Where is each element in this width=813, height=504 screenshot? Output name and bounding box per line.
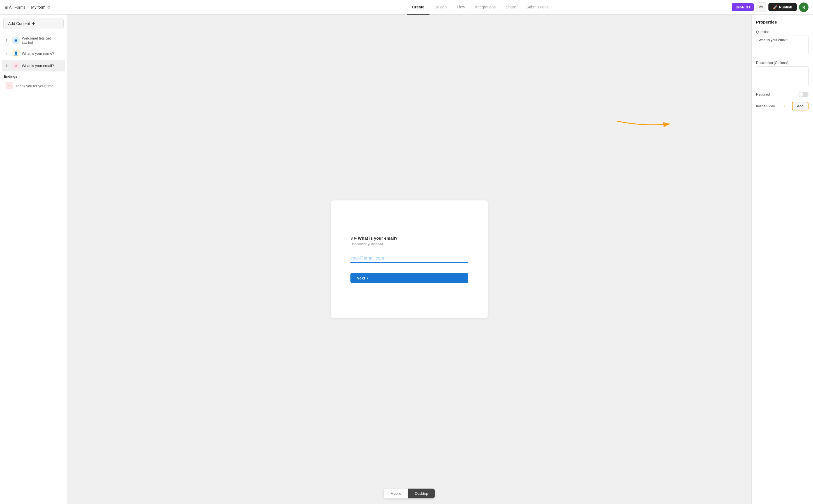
sidebar-item-thankyou[interactable]: ↪ Thank you for your time!: [2, 80, 65, 92]
mobile-view-button[interactable]: Mobile: [384, 489, 408, 498]
sidebar-item-label-1: Welcome! lets get started: [22, 36, 61, 45]
view-mode-switcher: Mobile Desktop: [384, 489, 435, 498]
item-number-2: 2.: [6, 51, 10, 55]
preview-button[interactable]: 👁: [756, 2, 766, 12]
exit-icon: ↪: [6, 82, 13, 89]
list-icon: ☰: [12, 37, 20, 44]
description-property-group: Description (Optional): [756, 61, 809, 87]
sidebar-item-name[interactable]: 2. 👤 What is your name?: [2, 47, 65, 59]
sidebar-item-label-3: What is your email?: [22, 64, 58, 68]
required-toggle[interactable]: [798, 92, 809, 97]
tab-design[interactable]: Design: [429, 0, 452, 15]
breadcrumb-separator: >: [27, 5, 29, 10]
endings-section-title: Endings: [0, 72, 67, 80]
publish-button[interactable]: 🚀 Publish: [768, 3, 797, 11]
breadcrumb: ⊞ All Forms > My form ⚙: [4, 5, 51, 10]
question-property-label: Question: [756, 30, 809, 34]
question-text: What is your email?: [358, 236, 398, 241]
tab-integrations[interactable]: Integrations: [470, 0, 501, 15]
question-number: 3: [350, 236, 353, 241]
tab-create[interactable]: Create: [407, 0, 429, 15]
all-forms-label: All Forms: [9, 5, 26, 10]
item-number-1: 1.: [6, 38, 10, 42]
form-canvas: 3 ▶ What is your email? Description (Opt…: [67, 15, 751, 504]
description-textarea[interactable]: [756, 66, 809, 86]
user-avatar[interactable]: R: [799, 3, 809, 12]
eye-icon: 👁: [759, 5, 763, 10]
person-icon: 👤: [12, 50, 20, 57]
sidebar: Add Content + 1. ☰ Welcome! lets get sta…: [0, 15, 67, 504]
question-arrow-icon: ▶: [354, 236, 357, 240]
buy-pro-button[interactable]: BuyPRO: [732, 3, 754, 11]
image-video-label: Image/Video: [756, 104, 775, 108]
form-name-label: My form: [31, 5, 45, 10]
add-image-video-button[interactable]: Add: [792, 102, 809, 110]
tab-submissions[interactable]: Submissions: [521, 0, 553, 15]
sidebar-item-endings-label: Thank you for your time!: [15, 84, 61, 88]
required-property-row: Required: [756, 92, 809, 97]
image-video-property-row: Image/Video → Add: [756, 102, 809, 110]
tab-share[interactable]: Share: [501, 0, 521, 15]
add-content-label: Add Content: [8, 21, 30, 26]
settings-icon[interactable]: ⚙: [47, 5, 51, 10]
properties-title: Properties: [756, 20, 809, 24]
nav-tabs: Create Design Flow Integrations Share Su…: [407, 0, 554, 15]
nav-actions: BuyPRO 👁 🚀 Publish R: [732, 2, 809, 12]
form-description: Description (Optional).: [350, 242, 468, 246]
description-property-label: Description (Optional): [756, 61, 809, 65]
add-content-button[interactable]: Add Content +: [3, 18, 64, 29]
required-label: Required: [756, 93, 770, 96]
question-textarea[interactable]: What is your email?: [756, 36, 809, 55]
email-icon: ✉: [12, 62, 20, 69]
sidebar-item-label-2: What is your name?: [22, 51, 61, 56]
chevron-right-icon: ›: [60, 64, 61, 68]
sidebar-item-email[interactable]: 3. ✉ What is your email? ›: [2, 60, 65, 71]
main-layout: Add Content + 1. ☰ Welcome! lets get sta…: [0, 15, 813, 504]
top-navigation: ⊞ All Forms > My form ⚙ Create Design Fl…: [0, 0, 813, 15]
form-preview-card: 3 ▶ What is your email? Description (Opt…: [331, 200, 488, 318]
annotation-arrow: [600, 15, 690, 504]
plus-icon: +: [32, 21, 35, 26]
properties-panel: Properties Question What is your email? …: [751, 15, 813, 504]
buy-label: Buy: [736, 5, 742, 9]
arrow-indicator-icon: →: [781, 103, 786, 109]
pro-label: PRO: [742, 5, 750, 9]
email-input[interactable]: [350, 254, 468, 263]
publish-label: Publish: [779, 5, 792, 9]
tab-flow[interactable]: Flow: [452, 0, 470, 15]
item-number-3: 3.: [6, 64, 10, 68]
question-property-group: Question What is your email?: [756, 30, 809, 56]
sidebar-item-welcome[interactable]: 1. ☰ Welcome! lets get started: [2, 34, 65, 47]
next-label: Next: [357, 276, 365, 280]
all-forms-link[interactable]: ⊞ All Forms: [4, 5, 26, 10]
desktop-view-button[interactable]: Desktop: [408, 489, 435, 498]
question-heading: 3 ▶ What is your email?: [350, 236, 468, 241]
next-arrow-icon: ›: [367, 276, 368, 280]
next-button[interactable]: Next ›: [350, 273, 468, 283]
publish-icon: 🚀: [773, 5, 777, 9]
forms-grid-icon: ⊞: [4, 5, 8, 10]
